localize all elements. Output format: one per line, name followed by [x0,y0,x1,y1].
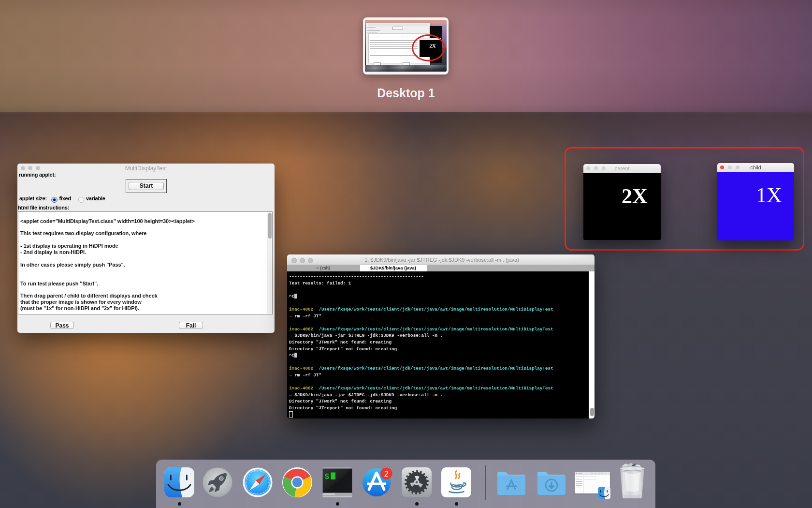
svg-text:2: 2 [384,469,389,478]
svg-text:$: $ [325,473,330,481]
